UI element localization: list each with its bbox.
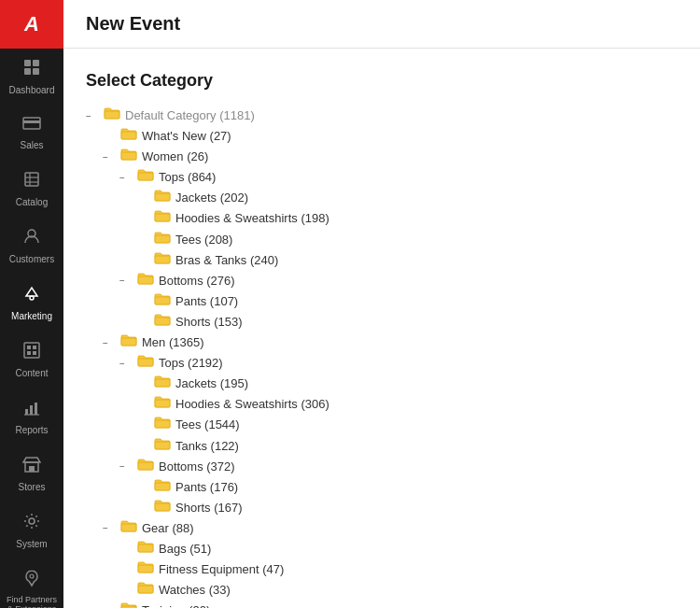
category-label[interactable]: Tanks (122) bbox=[175, 436, 239, 457]
sidebar-item-find-partners[interactable]: Find Partners & Extensions bbox=[0, 559, 63, 608]
category-label[interactable]: Pants (176) bbox=[175, 477, 238, 498]
category-label[interactable]: Jackets (195) bbox=[175, 374, 248, 394]
tree-node[interactable]: − Bottoms (372) bbox=[119, 457, 678, 477]
category-label[interactable]: Watches (33) bbox=[159, 580, 231, 601]
page-title: New Event bbox=[86, 13, 678, 35]
category-label[interactable]: Hoodies & Sweatshirts (306) bbox=[175, 394, 329, 415]
category-label[interactable]: Tees (208) bbox=[175, 230, 232, 250]
toggle-icon[interactable]: − bbox=[86, 108, 99, 124]
folder-icon bbox=[154, 394, 171, 415]
toggle-icon[interactable]: − bbox=[103, 520, 116, 536]
sidebar-item-customers[interactable]: Customers bbox=[0, 218, 63, 275]
tree-node[interactable]: − Women (26) bbox=[103, 147, 678, 167]
category-label[interactable]: Women (26) bbox=[142, 147, 208, 167]
sidebar-item-content[interactable]: Content bbox=[0, 332, 63, 389]
category-label[interactable]: Bras & Tanks (240) bbox=[175, 250, 278, 271]
tree-node[interactable]: − Tops (2192) bbox=[119, 353, 678, 374]
tree-node[interactable]: Tees (1544) bbox=[136, 415, 678, 435]
toggle-icon[interactable]: − bbox=[119, 273, 133, 289]
toggle-icon[interactable]: − bbox=[119, 459, 133, 474]
tree-node[interactable]: − Training (30) bbox=[103, 601, 678, 608]
svg-rect-3 bbox=[33, 68, 39, 75]
folder-icon bbox=[120, 147, 137, 167]
tree-node[interactable]: Watches (33) bbox=[119, 580, 678, 601]
sidebar-item-dashboard[interactable]: Dashboard bbox=[0, 49, 63, 106]
toggle-icon[interactable]: − bbox=[103, 335, 116, 351]
folder-icon bbox=[120, 518, 137, 539]
tree-node[interactable]: − Tops (864) bbox=[119, 167, 678, 188]
category-label[interactable]: Jackets (202) bbox=[175, 188, 248, 208]
sidebar-item-reports[interactable]: Reports bbox=[0, 389, 63, 445]
tree-node[interactable]: What's New (27) bbox=[103, 126, 678, 147]
logo-letter: A bbox=[24, 12, 39, 36]
category-label[interactable]: Tops (2192) bbox=[159, 353, 223, 374]
tree-node[interactable]: Jackets (195) bbox=[136, 374, 678, 394]
svg-rect-13 bbox=[27, 346, 31, 349]
category-label[interactable]: Tops (864) bbox=[159, 167, 216, 188]
tree-node[interactable]: Hoodies & Sweatshirts (306) bbox=[136, 394, 678, 415]
category-label[interactable]: Bottoms (276) bbox=[159, 271, 235, 291]
sidebar-item-catalog[interactable]: Catalog bbox=[0, 161, 63, 218]
svg-rect-0 bbox=[24, 60, 31, 66]
toggle-icon[interactable]: − bbox=[119, 356, 133, 372]
tree-children: Pants (176) Shorts (167) bbox=[119, 477, 678, 518]
customers-icon bbox=[22, 227, 41, 250]
category-label[interactable]: Shorts (167) bbox=[175, 498, 243, 518]
svg-rect-22 bbox=[29, 466, 35, 472]
sidebar-item-sales[interactable]: Sales bbox=[0, 106, 63, 161]
tree-children: Jackets (202) Hoodies & Sweatshirts (198… bbox=[119, 188, 678, 270]
svg-rect-1 bbox=[33, 60, 39, 66]
stores-icon bbox=[22, 455, 41, 478]
category-label[interactable]: Tees (1544) bbox=[175, 415, 240, 435]
category-label[interactable]: Pants (107) bbox=[175, 291, 238, 312]
category-label[interactable]: Hoodies & Sweatshirts (198) bbox=[175, 208, 329, 229]
sidebar-item-marketing[interactable]: Marketing bbox=[0, 275, 63, 332]
category-label[interactable]: Default Category (1181) bbox=[125, 106, 255, 126]
tree-node[interactable]: Tees (208) bbox=[136, 230, 678, 250]
folder-icon bbox=[154, 208, 171, 229]
category-label[interactable]: Shorts (153) bbox=[175, 312, 243, 332]
tree-children: Pants (107) Shorts (153) bbox=[119, 291, 678, 332]
sidebar-label-reports: Reports bbox=[15, 425, 48, 436]
sidebar-item-stores[interactable]: Stores bbox=[0, 445, 63, 502]
tree-node[interactable]: Shorts (167) bbox=[136, 498, 678, 518]
tree-node[interactable]: − Default Category (1181) bbox=[86, 106, 678, 126]
category-label[interactable]: Bags (51) bbox=[159, 539, 211, 559]
sidebar: A Dashboard Sales bbox=[0, 0, 63, 608]
sidebar-item-system[interactable]: System bbox=[0, 502, 63, 559]
category-label[interactable]: Fitness Equipment (47) bbox=[159, 559, 284, 580]
svg-rect-2 bbox=[24, 68, 31, 75]
tree-node[interactable]: Jackets (202) bbox=[136, 188, 678, 208]
sidebar-label-find-partners: Find Partners & Extensions bbox=[4, 596, 60, 608]
tree-node[interactable]: Hoodies & Sweatshirts (198) bbox=[136, 208, 678, 229]
marketing-icon bbox=[22, 284, 41, 307]
main-area: New Event Select Category − Default Cate… bbox=[63, 0, 700, 608]
folder-icon bbox=[120, 601, 137, 608]
folder-icon bbox=[154, 374, 171, 394]
category-label[interactable]: What's New (27) bbox=[142, 126, 231, 147]
tree-node[interactable]: Pants (107) bbox=[136, 291, 678, 312]
sidebar-label-content: Content bbox=[15, 368, 48, 379]
svg-rect-14 bbox=[33, 346, 36, 349]
toggle-icon[interactable]: − bbox=[103, 603, 116, 608]
tree-node[interactable]: Pants (176) bbox=[136, 477, 678, 498]
toggle-icon[interactable]: − bbox=[103, 149, 116, 165]
tree-node[interactable]: − Men (1365) bbox=[103, 332, 678, 353]
section-title: Select Category bbox=[86, 71, 678, 91]
toggle-icon[interactable]: − bbox=[119, 170, 133, 186]
tree-node[interactable]: Bags (51) bbox=[119, 539, 678, 559]
tree-node[interactable]: − Bottoms (276) bbox=[119, 271, 678, 291]
category-label[interactable]: Gear (88) bbox=[142, 518, 194, 539]
category-label[interactable]: Men (1365) bbox=[142, 332, 203, 353]
category-label[interactable]: Bottoms (372) bbox=[159, 457, 235, 477]
tree-node[interactable]: Bras & Tanks (240) bbox=[136, 250, 678, 271]
folder-icon bbox=[154, 477, 171, 498]
tree-children: Jackets (195) Hoodies & Sweatshirts (306… bbox=[119, 374, 678, 456]
folder-icon bbox=[154, 498, 171, 518]
category-label[interactable]: Training (30) bbox=[142, 601, 210, 608]
tree-node[interactable]: − Gear (88) bbox=[103, 518, 678, 539]
tree-node[interactable]: Shorts (153) bbox=[136, 312, 678, 332]
sidebar-label-catalog: Catalog bbox=[16, 197, 48, 208]
tree-node[interactable]: Tanks (122) bbox=[136, 436, 678, 457]
tree-node[interactable]: Fitness Equipment (47) bbox=[119, 559, 678, 580]
